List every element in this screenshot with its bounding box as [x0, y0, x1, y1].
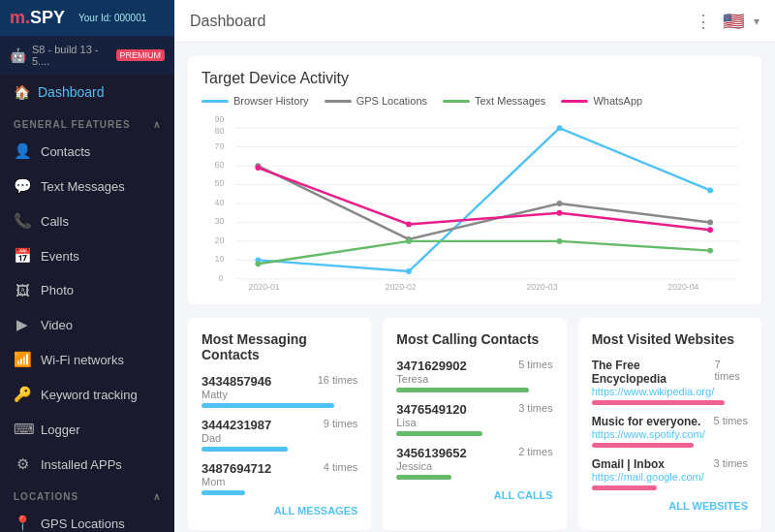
- messaging-contact-3-number: 3487694712: [202, 461, 271, 476]
- svg-text:2020-01: 2020-01: [249, 282, 280, 291]
- content-area: Target Device Activity Browser History G…: [174, 43, 775, 532]
- svg-text:40: 40: [215, 198, 225, 207]
- calling-contact-2-number: 3476549120: [396, 402, 466, 417]
- messaging-contact-1: 3434857946 Matty 16 times: [202, 374, 357, 408]
- website-3-url[interactable]: https://mail.google.com/: [592, 471, 704, 483]
- calling-contact-1-name: Teresa: [396, 373, 466, 385]
- main-content: Dashboard ⋮ 🇺🇸 ▾ Target Device Activity …: [174, 0, 775, 532]
- topbar-right: ⋮ 🇺🇸 ▾: [695, 11, 760, 32]
- calling-card-title: Most Calling Contacts: [396, 331, 552, 347]
- android-icon: 🤖: [10, 47, 26, 63]
- svg-text:30: 30: [215, 216, 225, 226]
- messaging-bar-3: [202, 490, 245, 495]
- calling-contact-1-number: 3471629902: [396, 359, 466, 373]
- gps-locations-line: [258, 166, 710, 239]
- legend-label-gps: GPS Locations: [356, 95, 427, 107]
- calling-contact-2-info: 3476549120 Lisa: [396, 402, 466, 428]
- messaging-contact-3-name: Mom: [202, 476, 271, 487]
- topbar: Dashboard ⋮ 🇺🇸 ▾: [174, 0, 775, 43]
- websites-card: Most Visited Websites The Free Encyclope…: [578, 318, 761, 530]
- apps-icon: ⚙: [14, 455, 31, 473]
- locations-collapse-icon[interactable]: ∧: [153, 491, 161, 502]
- messages-icon: 💬: [14, 177, 31, 195]
- nav-item-keyword-tracking[interactable]: 🔑 Keyword tracking: [0, 377, 174, 412]
- flag-icon[interactable]: 🇺🇸: [723, 11, 744, 32]
- svg-point-24: [406, 268, 412, 274]
- nav-item-logger[interactable]: ⌨ Logger: [0, 412, 174, 447]
- nav-item-photo[interactable]: 🖼 Photo: [0, 273, 174, 307]
- website-1-title: The Free Encyclopedia: [592, 359, 715, 386]
- nav-item-text-messages[interactable]: 💬 Text Messages: [0, 169, 174, 203]
- messaging-contact-1-row: 3434857946 Matty 16 times: [202, 374, 357, 400]
- photo-label: Photo: [41, 283, 74, 297]
- website-2-title: Music for everyone.: [592, 415, 705, 428]
- svg-text:10: 10: [215, 254, 225, 264]
- legend-label-browser: Browser History: [233, 95, 309, 107]
- chart-title: Target Device Activity: [202, 70, 748, 87]
- websites-card-title: Most Visited Websites: [592, 331, 748, 347]
- legend-gps: GPS Locations: [325, 95, 427, 107]
- calls-label: Calls: [41, 214, 69, 229]
- contacts-icon: 👤: [14, 142, 31, 160]
- svg-point-35: [255, 165, 261, 171]
- svg-text:2020-02: 2020-02: [386, 282, 417, 291]
- gps-icon: 📍: [14, 515, 31, 532]
- chart-legend: Browser History GPS Locations Text Messa…: [202, 95, 748, 107]
- line-chart-svg: 0 10 20 30 40 50 60 70 80 90: [202, 116, 748, 291]
- messaging-bar-2: [202, 447, 288, 452]
- all-messages-link[interactable]: ALL MESSAGES: [202, 505, 357, 516]
- legend-label-text: Text Messages: [475, 95, 545, 107]
- svg-point-32: [406, 238, 412, 244]
- svg-point-31: [255, 261, 261, 266]
- website-2-url[interactable]: https://www.spotify.com/: [592, 428, 705, 440]
- logger-label: Logger: [41, 422, 79, 437]
- gps-label: GPS Locations: [41, 516, 125, 531]
- legend-browser-history: Browser History: [202, 95, 309, 107]
- general-features-label: GENERAL FEATURES: [14, 119, 131, 130]
- collapse-icon[interactable]: ∧: [153, 119, 161, 130]
- sidebar-item-dashboard[interactable]: 🏠 Dashboard: [0, 75, 174, 110]
- calling-contact-3: 3456139652 Jessica 2 times: [396, 446, 552, 480]
- calling-contact-2: 3476549120 Lisa 3 times: [396, 402, 552, 436]
- svg-text:50: 50: [215, 178, 225, 188]
- dots-menu[interactable]: ⋮: [695, 11, 713, 32]
- svg-point-26: [707, 187, 713, 193]
- svg-point-30: [707, 220, 713, 226]
- calling-contact-3-name: Jessica: [396, 460, 466, 472]
- dropdown-icon[interactable]: ▾: [754, 15, 760, 28]
- all-calls-link[interactable]: ALL CALLS: [396, 489, 552, 501]
- nav-item-contacts[interactable]: 👤 Contacts: [0, 134, 174, 169]
- nav-item-video[interactable]: ▶ Video: [0, 307, 174, 342]
- messaging-contacts-card: Most Messaging Contacts 3434857946 Matty…: [188, 318, 371, 530]
- stats-cards-row: Most Messaging Contacts 3434857946 Matty…: [188, 318, 761, 530]
- website-3-row: Gmail | Inbox https://mail.google.com/ 3…: [592, 457, 748, 483]
- svg-text:2020-03: 2020-03: [526, 282, 557, 291]
- legend-text: Text Messages: [443, 95, 545, 107]
- logo: m.SPY: [10, 8, 65, 28]
- legend-color-gps: [325, 100, 352, 103]
- text-messages-label: Text Messages: [41, 179, 125, 194]
- svg-text:60: 60: [215, 160, 225, 170]
- nav-item-installed-apps[interactable]: ⚙ Installed APPs: [0, 447, 174, 482]
- home-icon: 🏠: [14, 84, 30, 100]
- calling-contact-2-name: Lisa: [396, 417, 466, 428]
- sidebar: m.SPY Your Id: 000001 🤖 S8 - build 13 - …: [0, 0, 174, 532]
- website-bar-1: [592, 400, 725, 405]
- svg-point-36: [406, 221, 412, 227]
- all-websites-link[interactable]: ALL WEBSITES: [592, 500, 748, 512]
- website-1-url[interactable]: https://www.wikipedia.org/: [592, 386, 715, 397]
- events-label: Events: [41, 249, 79, 264]
- messaging-contact-3-row: 3487694712 Mom 4 times: [202, 461, 357, 487]
- messaging-contact-2-number: 3444231987: [202, 418, 271, 432]
- user-id: Your Id: 000001: [78, 13, 146, 23]
- messaging-bar-1: [202, 403, 334, 408]
- legend-label-whatsapp: WhatsApp: [593, 95, 642, 107]
- svg-text:80: 80: [215, 126, 225, 136]
- nav-item-gps[interactable]: 📍 GPS Locations: [0, 506, 174, 532]
- nav-item-calls[interactable]: 📞 Calls: [0, 203, 174, 238]
- messaging-contact-2-count: 9 times: [324, 418, 357, 444]
- website-1-info: The Free Encyclopedia https://www.wikipe…: [592, 359, 715, 397]
- nav-item-wifi[interactable]: 📶 Wi-Fi networks: [0, 342, 174, 377]
- locations-label: LOCATIONS: [14, 491, 78, 502]
- nav-item-events[interactable]: 📅 Events: [0, 238, 174, 273]
